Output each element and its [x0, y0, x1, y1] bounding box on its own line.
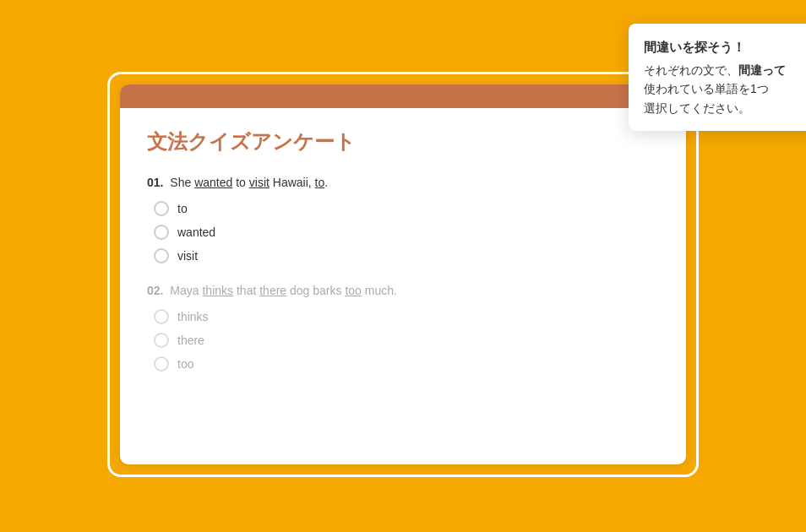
question-1-number: 01. — [147, 176, 163, 189]
tooltip-line1: それぞれの文で、 — [644, 63, 738, 77]
question-1-options: to wanted visit — [147, 201, 659, 263]
question-2-number: 02. — [147, 284, 163, 297]
radio-too[interactable] — [154, 356, 169, 372]
option-to-label: to — [177, 202, 188, 215]
option-visit-label: visit — [177, 249, 198, 263]
option-1-wanted[interactable]: wanted — [154, 225, 659, 240]
question-2-options: thinks there too — [147, 309, 659, 372]
tooltip-line3: 選択してください。 — [644, 101, 750, 115]
question-2: 02. Maya thinks that there dog barks too… — [147, 284, 659, 372]
radio-to[interactable] — [154, 201, 169, 216]
option-wanted-label: wanted — [177, 225, 215, 239]
tooltip-line2: 使われている単語を1つ — [644, 82, 769, 95]
quiz-title: 文法クイズアンケート — [147, 128, 659, 155]
option-1-to[interactable]: to — [154, 201, 659, 216]
word-visit: visit — [249, 176, 270, 189]
radio-visit[interactable] — [154, 248, 169, 263]
tooltip-body: それぞれの文で、間違って 使われている単語を1つ 選択してください。 — [644, 61, 806, 117]
option-2-thinks[interactable]: thinks — [154, 309, 659, 324]
question-2-text: 02. Maya thinks that there dog barks too… — [147, 284, 659, 297]
word-thinks: thinks — [202, 284, 233, 297]
word-wanted: wanted — [194, 176, 232, 189]
option-1-visit[interactable]: visit — [154, 248, 659, 263]
question-1: 01. She wanted to visit Hawaii, to. to w… — [147, 176, 659, 263]
card-header — [120, 84, 686, 108]
option-2-too[interactable]: too — [154, 356, 659, 372]
option-2-there[interactable]: there — [154, 333, 659, 348]
radio-wanted[interactable] — [154, 225, 169, 240]
outer-card: 文法クイズアンケート 01. She wanted to visit Hawai… — [107, 72, 699, 477]
option-too-label: too — [177, 357, 193, 371]
tooltip-popup: 間違いを探そう！ それぞれの文で、間違って 使われている単語を1つ 選択してくだ… — [629, 24, 806, 131]
tooltip-title: 間違いを探そう！ — [644, 37, 806, 57]
radio-there[interactable] — [154, 333, 169, 348]
word-to: to — [315, 176, 325, 189]
word-too: too — [345, 284, 361, 297]
tooltip-highlight: 間違って — [738, 63, 786, 77]
word-there: there — [259, 284, 286, 297]
option-there-label: there — [177, 334, 204, 347]
quiz-card: 文法クイズアンケート 01. She wanted to visit Hawai… — [120, 84, 686, 464]
question-1-text: 01. She wanted to visit Hawaii, to. — [147, 176, 659, 189]
radio-thinks[interactable] — [154, 309, 169, 324]
option-thinks-label: thinks — [177, 310, 209, 323]
